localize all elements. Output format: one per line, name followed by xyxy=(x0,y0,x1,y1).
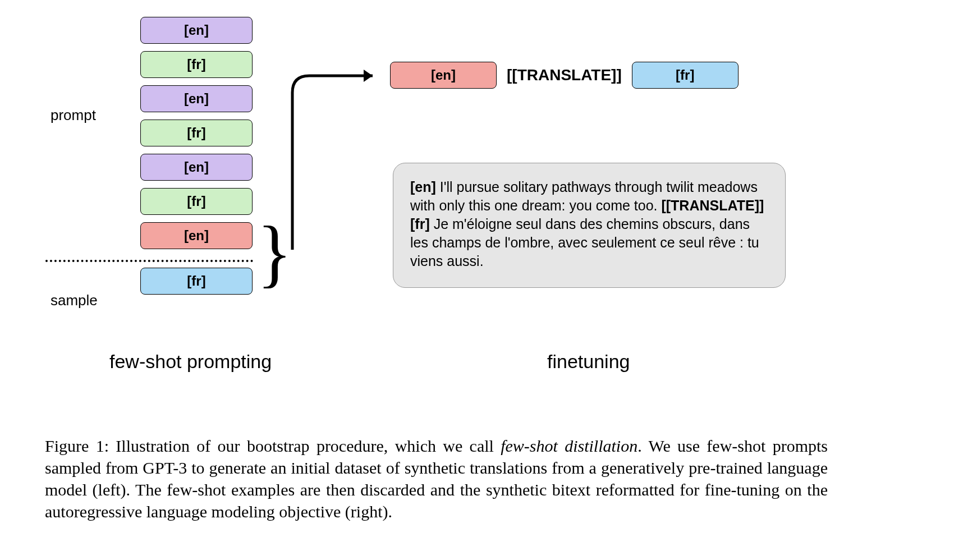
figure-caption: Figure 1: Illustration of our bootstrap … xyxy=(45,435,828,522)
block-en: [en] xyxy=(140,17,253,44)
block-fr-sample: [fr] xyxy=(140,268,253,295)
example-box: [en] I'll pursue solitary pathways throu… xyxy=(393,163,786,288)
block-fr: [fr] xyxy=(140,188,253,215)
right-section: [en] [[TRANSLATE]] [fr] xyxy=(390,62,739,89)
finetune-en-block: [en] xyxy=(390,62,497,89)
example-en-tag: [en] xyxy=(410,179,436,195)
block-en: [en] xyxy=(140,85,253,112)
divider-dotted xyxy=(45,260,253,262)
blocks-column: [en] [fr] [en] [fr] [en] [fr] [en] [fr] xyxy=(140,17,253,302)
arrow-icon xyxy=(284,62,385,258)
sample-label: sample xyxy=(51,292,98,309)
section-title-right: finetuning xyxy=(547,351,630,373)
figure-label: Figure 1: xyxy=(45,437,116,455)
caption-pre: Illustration of our bootstrap procedure,… xyxy=(116,437,501,455)
block-en: [en] xyxy=(140,154,253,181)
diagram-container: prompt sample [en] [fr] [en] [fr] [en] [… xyxy=(0,0,954,560)
block-en-query: [en] xyxy=(140,222,253,249)
prompt-label: prompt xyxy=(51,107,96,124)
example-fr-text: Je m'éloigne seul dans des chemins obscu… xyxy=(410,216,759,269)
section-title-left: few-shot prompting xyxy=(109,351,272,373)
finetune-fr-block: [fr] xyxy=(632,62,739,89)
block-fr: [fr] xyxy=(140,51,253,78)
caption-em: few-shot distillation xyxy=(501,437,637,455)
translate-label: [[TRANSLATE]] xyxy=(507,66,622,84)
right-top-row: [en] [[TRANSLATE]] [fr] xyxy=(390,62,739,89)
block-fr: [fr] xyxy=(140,120,253,146)
